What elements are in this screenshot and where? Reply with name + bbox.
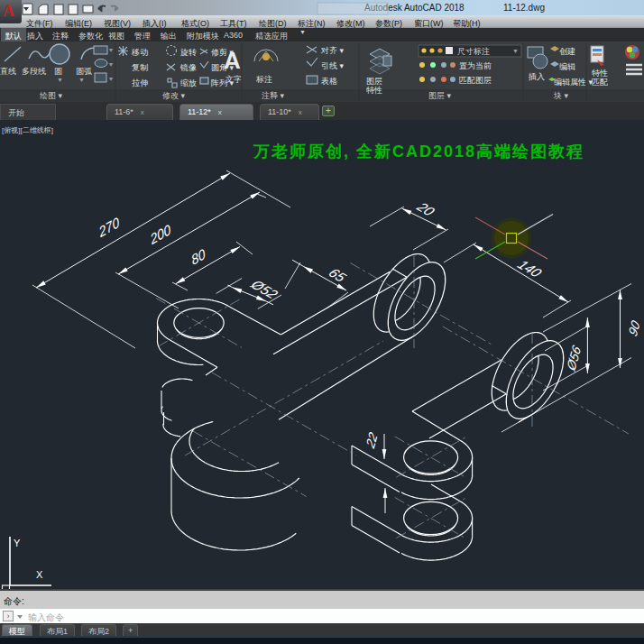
svg-text:X: X [36,569,43,580]
svg-text:多段线: 多段线 [22,67,46,76]
svg-text:匹配: 匹配 [592,78,608,87]
svg-text:80: 80 [189,245,207,268]
svg-text:复制: 复制 [132,63,148,72]
svg-text:注释 ▾: 注释 ▾ [262,91,285,100]
svg-text:直线: 直线 [0,67,16,76]
svg-text:置为当前: 置为当前 [459,61,492,70]
svg-text:尺寸标注: 尺寸标注 [457,47,490,56]
svg-text:绘图 ▾: 绘图 ▾ [40,91,63,100]
svg-text:A: A [224,47,241,74]
svg-text:创建: 创建 [559,47,575,56]
svg-text:编辑: 编辑 [559,62,575,71]
svg-text:图层 ▾: 图层 ▾ [428,91,452,100]
svg-text:270: 270 [97,214,121,241]
svg-text:▼: ▼ [78,77,85,83]
svg-text:拉伸: 拉伸 [132,78,148,87]
svg-text:圆: 圆 [54,67,62,76]
svg-text:标注: 标注 [255,75,272,84]
svg-text:表格: 表格 [320,77,337,86]
svg-text:Y: Y [14,538,21,548]
svg-text:缩放: 缩放 [180,78,197,87]
svg-text:匹配图层: 匹配图层 [459,76,492,85]
svg-text:▾: ▾ [109,60,113,69]
svg-text:编辑属性 ▾: 编辑属性 ▾ [554,78,593,87]
svg-text:旋转: 旋转 [180,48,197,57]
svg-text:修改 ▾: 修改 ▾ [162,91,186,100]
svg-text:图层: 图层 [366,77,382,86]
svg-text:140: 140 [514,257,545,280]
svg-text:200: 200 [148,221,172,248]
svg-text:▼: ▼ [512,48,519,54]
svg-text:▾: ▾ [109,75,113,83]
svg-text:镜像: 镜像 [179,63,197,72]
svg-text:文字: 文字 [225,75,242,84]
svg-text:圆弧: 圆弧 [76,67,92,76]
svg-text:对齐 ▾: 对齐 ▾ [320,46,345,55]
svg-text:引线 ▾: 引线 ▾ [321,61,345,70]
svg-text:块 ▾: 块 ▾ [553,91,569,100]
svg-text:特性: 特性 [592,69,608,78]
svg-text:▼: ▼ [57,77,63,83]
svg-text:90: 90 [626,317,642,338]
svg-text:65: 65 [326,265,350,284]
svg-text:移动: 移动 [131,48,148,57]
svg-text:插入: 插入 [528,72,545,81]
svg-text:22: 22 [363,429,380,451]
svg-text:特性: 特性 [366,86,382,95]
svg-text:▾: ▾ [109,46,113,54]
